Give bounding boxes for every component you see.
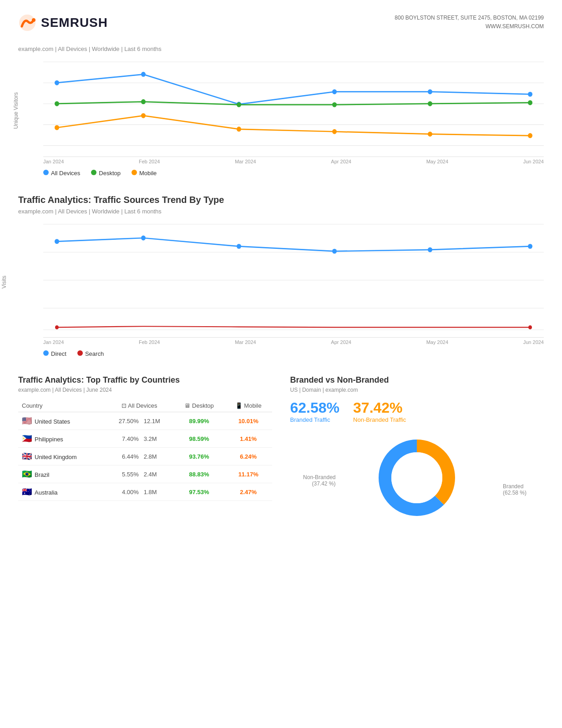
svg-point-22 — [428, 101, 432, 106]
country-desktop: 89.99% — [173, 412, 225, 430]
country-mobile: 10.01% — [225, 412, 272, 430]
svg-point-25 — [141, 113, 146, 118]
table-row: 🇬🇧United Kingdom 6.44% 2.8M 93.76% 6.24% — [18, 448, 272, 465]
svg-point-13 — [141, 72, 146, 77]
nonbranded-label: Non-Branded Traffic — [353, 416, 406, 423]
legend-mobile: Mobile — [132, 170, 157, 177]
country-name: 🇦🇺Australia — [18, 483, 105, 501]
branded-stats: 62.58% Branded Traffic 37.42% Non-Brande… — [290, 399, 544, 423]
countries-title: Traffic Analytics: Top Traffic by Countr… — [18, 375, 272, 385]
chart1-filter: example.com | All Devices | Worldwide | … — [18, 46, 544, 52]
chart1-y-label: Unique Visitors — [13, 92, 19, 129]
country-name: 🇧🇷Brazil — [18, 465, 105, 483]
svg-point-18 — [55, 101, 59, 106]
chart2-x-may: May 2024 — [426, 339, 448, 345]
svg-point-47 — [528, 325, 532, 329]
donut-wrap: Non-Branded(37.42 %) Branded(62.58 %) — [290, 432, 544, 523]
chart2-wrap: Visits 40M 30M 20M 10M 0 — [18, 219, 544, 345]
svg-point-23 — [528, 100, 532, 105]
chart2-x-apr: Apr 2024 — [331, 339, 351, 345]
table-row: 🇧🇷Brazil 5.55% 2.4M 88.83% 11.17% — [18, 465, 272, 483]
country-mobile: 1.41% — [225, 430, 272, 448]
branded-title: Branded vs Non-Branded — [290, 375, 544, 385]
col-desktop: 🖥 Desktop — [173, 399, 225, 412]
svg-point-44 — [428, 248, 432, 253]
branded-section: Branded vs Non-Branded US | Domain | exa… — [290, 375, 544, 523]
svg-point-46 — [55, 325, 59, 329]
country-name: 🇺🇸United States — [18, 412, 105, 430]
col-mobile: 📱 Mobile — [225, 399, 272, 412]
svg-point-0 — [19, 15, 35, 31]
country-desktop: 97.53% — [173, 483, 225, 501]
country-all: 5.55% 2.4M — [105, 465, 173, 483]
branded-pct: 62.58% — [290, 399, 340, 416]
donut-label-branded: Branded(62.58 %) — [503, 483, 544, 496]
legend-search: Search — [77, 350, 104, 357]
chart1-x-mar: Mar 2024 — [235, 159, 256, 164]
svg-point-40 — [55, 239, 59, 244]
country-mobile: 11.17% — [225, 465, 272, 483]
svg-point-15 — [332, 89, 337, 94]
chart2-y-label: Visits — [1, 276, 7, 288]
countries-table: Country ⊡ All Devices 🖥 Desktop 📱 Mobile… — [18, 399, 272, 501]
nonbranded-pct: 37.42% — [353, 399, 406, 416]
svg-point-26 — [237, 126, 241, 131]
chart2-title: Traffic Analytics: Traffic Sources Trend… — [18, 195, 544, 205]
chart1-container: 10M 7.5M 5M 2.5M 0 — [43, 57, 544, 157]
countries-filter: example.com | All Devices | June 2024 — [18, 387, 272, 393]
table-row: 🇦🇺Australia 4.00% 1.8M 97.53% 2.47% — [18, 483, 272, 501]
country-all: 6.44% 2.8M — [105, 448, 173, 465]
country-all: 27.50% 12.1M — [105, 412, 173, 430]
svg-point-24 — [55, 125, 59, 130]
table-row: 🇺🇸United States 27.50% 12.1M 89.99% 10.0… — [18, 412, 272, 430]
chart1-legend: All Devices Desktop Mobile — [18, 170, 544, 177]
svg-point-41 — [141, 236, 146, 241]
logo-text: SEMRUSH — [41, 15, 108, 30]
legend-desktop: Desktop — [91, 170, 121, 177]
svg-point-45 — [528, 244, 532, 249]
traffic-sources-section: Traffic Analytics: Traffic Sources Trend… — [18, 195, 544, 357]
unique-visitors-section: example.com | All Devices | Worldwide | … — [18, 46, 544, 177]
svg-point-21 — [332, 102, 337, 107]
svg-point-29 — [528, 133, 532, 138]
logo: SEMRUSH — [18, 14, 108, 32]
country-desktop: 88.83% — [173, 465, 225, 483]
chart2-legend: Direct Search — [18, 350, 544, 357]
chart1-svg: 10M 7.5M 5M 2.5M 0 — [43, 57, 544, 157]
chart1-x-feb: Feb 2024 — [139, 159, 160, 164]
chart1-x-apr: Apr 2024 — [331, 159, 351, 164]
svg-point-42 — [237, 244, 241, 249]
svg-point-12 — [55, 80, 59, 85]
country-name: 🇬🇧United Kingdom — [18, 448, 105, 465]
country-desktop: 98.59% — [173, 430, 225, 448]
semrush-logo-icon — [18, 14, 36, 32]
chart2-x-mar: Mar 2024 — [235, 339, 256, 345]
chart1-x-jan: Jan 2024 — [43, 159, 64, 164]
svg-point-19 — [141, 99, 146, 104]
table-row: 🇵🇭Philippines 7.40% 3.2M 98.59% 1.41% — [18, 430, 272, 448]
country-desktop: 93.76% — [173, 448, 225, 465]
chart2-filter: example.com | All Devices | Worldwide | … — [18, 208, 544, 215]
chart2-container: 40M 30M 20M 10M 0 — [43, 219, 544, 338]
nonbranded-stat: 37.42% Non-Branded Traffic — [353, 399, 406, 423]
legend-direct: Direct — [43, 350, 66, 357]
col-country: Country — [18, 399, 105, 412]
chart2-x-jan: Jan 2024 — [43, 339, 64, 345]
countries-section: Traffic Analytics: Top Traffic by Countr… — [18, 375, 272, 523]
country-mobile: 2.47% — [225, 483, 272, 501]
country-all: 4.00% 1.8M — [105, 483, 173, 501]
chart1-x-jun: Jun 2024 — [523, 159, 544, 164]
chart1-x-may: May 2024 — [426, 159, 448, 164]
country-mobile: 6.24% — [225, 448, 272, 465]
svg-point-50 — [391, 452, 442, 503]
donut-label-nonbranded: Non-Branded(37.42 %) — [290, 474, 336, 487]
country-all: 7.40% 3.2M — [105, 430, 173, 448]
branded-filter: US | Domain | example.com — [290, 387, 544, 393]
chart1-wrap: Unique Visitors 10M 7.5M 5M 2.5M 0 — [18, 57, 544, 164]
svg-point-16 — [428, 89, 432, 94]
legend-alldevices: All Devices — [43, 170, 80, 177]
svg-point-1 — [32, 18, 35, 22]
branded-stat: 62.58% Branded Traffic — [290, 399, 340, 423]
chart2-svg: 40M 30M 20M 10M 0 — [43, 219, 544, 337]
donut-chart — [371, 432, 462, 523]
